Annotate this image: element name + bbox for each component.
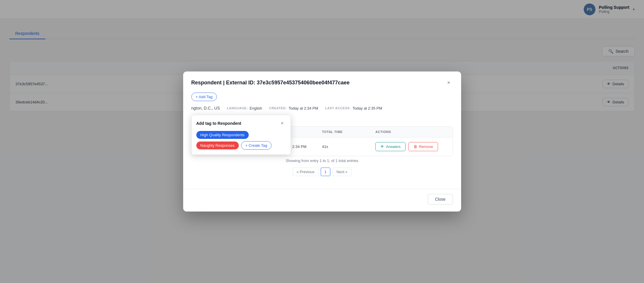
- prev-page-button[interactable]: « Previous: [293, 168, 318, 176]
- create-tag-button[interactable]: + Create Tag: [241, 141, 272, 150]
- last-access-meta: LAST ACCESS: Today at 2:35 PM: [325, 106, 382, 110]
- eye-icon: 👁: [380, 144, 384, 149]
- last-access-label: LAST ACCESS:: [325, 106, 351, 110]
- modal-close-button[interactable]: ×: [445, 79, 453, 87]
- location-value: ngton, D.C., US: [191, 106, 220, 110]
- trash-icon: 🗑: [413, 144, 417, 149]
- embed-actions: 👁 Answers 🗑 Remove: [375, 142, 446, 151]
- popup-tags: High Quality Respondents Naughty Respons…: [196, 131, 286, 150]
- tag-high-quality[interactable]: High Quality Respondents: [196, 131, 249, 139]
- popup-title: Add tag to Respondent: [196, 121, 241, 126]
- pagination: « Previous 1 Next »: [191, 163, 453, 181]
- language-meta: LANGUAGE: English: [227, 106, 262, 110]
- add-tag-button[interactable]: + Add Tag: [191, 93, 217, 101]
- add-tag-popup: Add tag to Respondent × High Quality Res…: [191, 115, 291, 155]
- language-label: LANGUAGE:: [227, 106, 248, 110]
- modal-header: Respondent | External ID: 37e3c5957e4537…: [183, 71, 461, 87]
- modal-title: Respondent | External ID: 37e3c5957e4537…: [191, 80, 350, 86]
- popup-close-button[interactable]: ×: [279, 120, 286, 127]
- current-page-button[interactable]: 1: [321, 168, 330, 176]
- created-meta: CREATED: Today at 2:34 PM: [269, 106, 318, 110]
- popup-header: Add tag to Respondent ×: [196, 120, 286, 127]
- next-page-button[interactable]: Next »: [333, 168, 351, 176]
- remove-button[interactable]: 🗑 Remove: [408, 142, 438, 151]
- close-modal-button[interactable]: Close: [428, 194, 453, 204]
- respondent-modal: Respondent | External ID: 37e3c5957e4537…: [183, 71, 461, 212]
- pagination-info: Showing from entry 1 to 1, of 1 total en…: [191, 156, 453, 163]
- created-label: CREATED:: [269, 106, 287, 110]
- tag-naughty-responses[interactable]: Naughty Responses: [196, 142, 239, 149]
- actions-col-header: ACTIONS: [375, 130, 446, 134]
- last-access-value: Today at 2:35 PM: [353, 106, 382, 110]
- modal-footer: Close: [183, 189, 461, 212]
- embed-total-time: 41s: [322, 144, 376, 149]
- respondent-meta: ngton, D.C., US LANGUAGE: English CREATE…: [191, 106, 453, 110]
- answers-button[interactable]: 👁 Answers: [375, 142, 406, 151]
- language-value: English: [250, 106, 262, 110]
- created-value: Today at 2:34 PM: [288, 106, 318, 110]
- total-time-col-header: TOTAL TIME: [322, 130, 376, 134]
